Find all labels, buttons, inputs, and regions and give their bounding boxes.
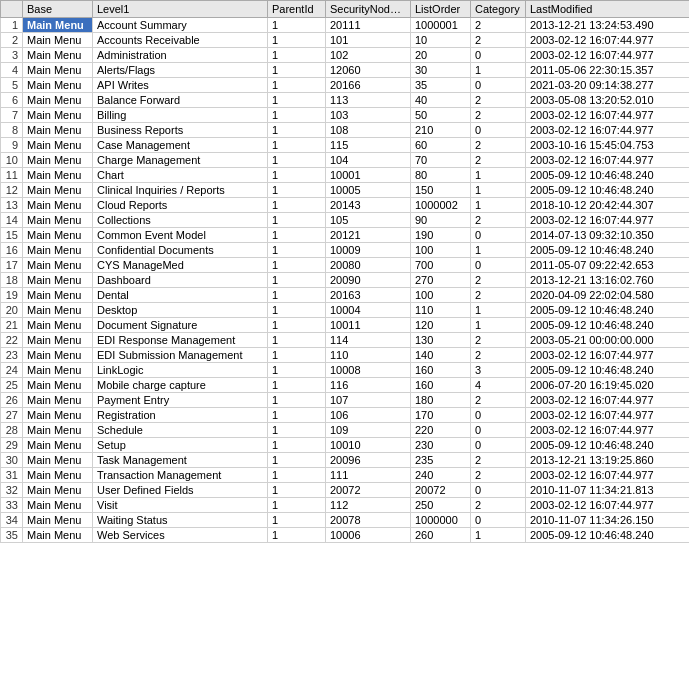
cell-base: Main Menu <box>23 48 93 63</box>
col-header-lastmod[interactable]: LastModified <box>526 1 690 18</box>
cell-row-num: 10 <box>1 153 23 168</box>
cell-base: Main Menu <box>23 273 93 288</box>
cell-security: 10004 <box>326 303 411 318</box>
cell-security: 112 <box>326 498 411 513</box>
cell-base: Main Menu <box>23 453 93 468</box>
col-header-listorder[interactable]: ListOrder <box>411 1 471 18</box>
table-row[interactable]: 31Main MenuTransaction Management1111240… <box>1 468 690 483</box>
cell-listorder: 260 <box>411 528 471 543</box>
cell-level1: Common Event Model <box>93 228 268 243</box>
cell-parentid: 1 <box>268 408 326 423</box>
cell-listorder: 130 <box>411 333 471 348</box>
table-row[interactable]: 32Main MenuUser Defined Fields1200722007… <box>1 483 690 498</box>
table-row[interactable]: 26Main MenuPayment Entry110718022003-02-… <box>1 393 690 408</box>
cell-level1: Transaction Management <box>93 468 268 483</box>
table-row[interactable]: 30Main MenuTask Management12009623522013… <box>1 453 690 468</box>
col-header-category[interactable]: Category <box>471 1 526 18</box>
table-row[interactable]: 5Main MenuAPI Writes1201663502021-03-20 … <box>1 78 690 93</box>
cell-lastmod: 2005-09-12 10:46:48.240 <box>526 318 690 333</box>
table-row[interactable]: 4Main MenuAlerts/Flags1120603012011-05-0… <box>1 63 690 78</box>
table-row[interactable]: 8Main MenuBusiness Reports110821002003-0… <box>1 123 690 138</box>
table-row[interactable]: 3Main MenuAdministration11022002003-02-1… <box>1 48 690 63</box>
col-header-parentid[interactable]: ParentId <box>268 1 326 18</box>
cell-listorder: 700 <box>411 258 471 273</box>
cell-parentid: 1 <box>268 33 326 48</box>
table-row[interactable]: 25Main MenuMobile charge capture11161604… <box>1 378 690 393</box>
cell-parentid: 1 <box>268 288 326 303</box>
cell-row-num: 25 <box>1 378 23 393</box>
cell-listorder: 70 <box>411 153 471 168</box>
table-row[interactable]: 11Main MenuChart1100018012005-09-12 10:4… <box>1 168 690 183</box>
table-row[interactable]: 6Main MenuBalance Forward11134022003-05-… <box>1 93 690 108</box>
cell-lastmod: 2003-05-08 13:20:52.010 <box>526 93 690 108</box>
table-row[interactable]: 35Main MenuWeb Services11000626012005-09… <box>1 528 690 543</box>
cell-row-num: 18 <box>1 273 23 288</box>
cell-lastmod: 2003-02-12 16:07:44.977 <box>526 48 690 63</box>
table-row[interactable]: 14Main MenuCollections11059022003-02-12 … <box>1 213 690 228</box>
table-row[interactable]: 17Main MenuCYS ManageMed12008070002011-0… <box>1 258 690 273</box>
cell-lastmod: 2005-09-12 10:46:48.240 <box>526 363 690 378</box>
cell-parentid: 1 <box>268 438 326 453</box>
table-row[interactable]: 22Main MenuEDI Response Management111413… <box>1 333 690 348</box>
cell-security: 10005 <box>326 183 411 198</box>
table-row[interactable]: 16Main MenuConfidential Documents1100091… <box>1 243 690 258</box>
cell-security: 107 <box>326 393 411 408</box>
table-row[interactable]: 9Main MenuCase Management11156022003-10-… <box>1 138 690 153</box>
cell-row-num: 5 <box>1 78 23 93</box>
table-row[interactable]: 28Main MenuSchedule110922002003-02-12 16… <box>1 423 690 438</box>
cell-row-num: 30 <box>1 453 23 468</box>
cell-row-num: 3 <box>1 48 23 63</box>
table-row[interactable]: 10Main MenuCharge Management11047022003-… <box>1 153 690 168</box>
cell-security: 109 <box>326 423 411 438</box>
cell-row-num: 34 <box>1 513 23 528</box>
cell-level1: Confidential Documents <box>93 243 268 258</box>
table-row[interactable]: 20Main MenuDesktop11000411012005-09-12 1… <box>1 303 690 318</box>
cell-listorder: 90 <box>411 213 471 228</box>
cell-parentid: 1 <box>268 213 326 228</box>
table-row[interactable]: 29Main MenuSetup11001023002005-09-12 10:… <box>1 438 690 453</box>
cell-row-num: 28 <box>1 423 23 438</box>
table-row[interactable]: 24Main MenuLinkLogic11000816032005-09-12… <box>1 363 690 378</box>
cell-lastmod: 2013-12-21 13:24:53.490 <box>526 18 690 33</box>
cell-level1: LinkLogic <box>93 363 268 378</box>
cell-listorder: 190 <box>411 228 471 243</box>
cell-parentid: 1 <box>268 498 326 513</box>
table-row[interactable]: 12Main MenuClinical Inquiries / Reports1… <box>1 183 690 198</box>
table-row[interactable]: 23Main MenuEDI Submission Management1110… <box>1 348 690 363</box>
col-header-base[interactable]: Base <box>23 1 93 18</box>
table-row[interactable]: 2Main MenuAccounts Receivable11011022003… <box>1 33 690 48</box>
cell-lastmod: 2010-11-07 11:34:26.150 <box>526 513 690 528</box>
table-row[interactable]: 1Main MenuAccount Summary120111100000122… <box>1 18 690 33</box>
cell-level1: Account Summary <box>93 18 268 33</box>
table-row[interactable]: 18Main MenuDashboard12009027022013-12-21… <box>1 273 690 288</box>
cell-level1: Accounts Receivable <box>93 33 268 48</box>
col-header-security[interactable]: SecurityNodesId <box>326 1 411 18</box>
cell-parentid: 1 <box>268 423 326 438</box>
cell-lastmod: 2003-02-12 16:07:44.977 <box>526 408 690 423</box>
cell-category: 2 <box>471 18 526 33</box>
table-row[interactable]: 13Main MenuCloud Reports1201431000002120… <box>1 198 690 213</box>
cell-security: 108 <box>326 123 411 138</box>
table-row[interactable]: 7Main MenuBilling11035022003-02-12 16:07… <box>1 108 690 123</box>
cell-listorder: 120 <box>411 318 471 333</box>
cell-parentid: 1 <box>268 318 326 333</box>
cell-category: 0 <box>471 513 526 528</box>
cell-base: Main Menu <box>23 213 93 228</box>
cell-category: 1 <box>471 318 526 333</box>
cell-listorder: 20 <box>411 48 471 63</box>
table-row[interactable]: 15Main MenuCommon Event Model12012119002… <box>1 228 690 243</box>
cell-parentid: 1 <box>268 303 326 318</box>
cell-row-num: 14 <box>1 213 23 228</box>
table-row[interactable]: 33Main MenuVisit111225022003-02-12 16:07… <box>1 498 690 513</box>
cell-category: 0 <box>471 258 526 273</box>
cell-lastmod: 2003-10-16 15:45:04.753 <box>526 138 690 153</box>
cell-parentid: 1 <box>268 153 326 168</box>
table-row[interactable]: 27Main MenuRegistration110617002003-02-1… <box>1 408 690 423</box>
table-row[interactable]: 19Main MenuDental12016310022020-04-09 22… <box>1 288 690 303</box>
cell-security: 20166 <box>326 78 411 93</box>
table-row[interactable]: 34Main MenuWaiting Status120078100000002… <box>1 513 690 528</box>
cell-level1: Chart <box>93 168 268 183</box>
table-row[interactable]: 21Main MenuDocument Signature11001112012… <box>1 318 690 333</box>
cell-row-num: 2 <box>1 33 23 48</box>
col-header-level1[interactable]: Level1 <box>93 1 268 18</box>
